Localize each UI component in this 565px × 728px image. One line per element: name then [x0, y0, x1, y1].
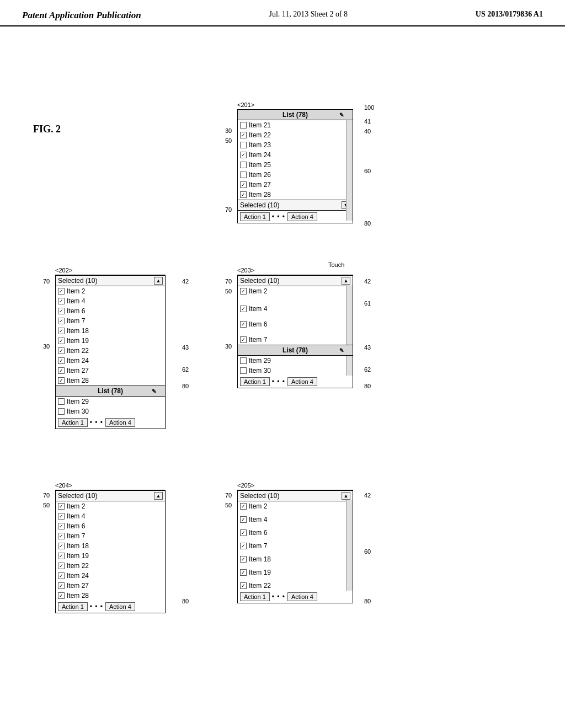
fig205-checkbox[interactable] — [240, 516, 247, 523]
fig204-item-row[interactable]: Item 24 — [56, 571, 165, 581]
fig201-checkbox[interactable] — [240, 191, 247, 198]
fig202-sel-arrow[interactable]: ▲ — [154, 277, 163, 285]
fig203-checkbox[interactable] — [240, 288, 247, 295]
fig202-item-row[interactable]: Item 18 — [56, 326, 165, 336]
fig205-item-row[interactable]: Item 4 — [238, 515, 353, 524]
fig204-checkbox[interactable] — [58, 543, 65, 549]
fig203-item-row[interactable]: Item 4 — [238, 304, 353, 314]
fig205-checkbox[interactable] — [240, 529, 247, 536]
fig201-checkbox[interactable] — [240, 122, 247, 129]
fig202-item-row[interactable]: Item 24 — [56, 356, 165, 366]
fig201-action4-btn[interactable]: Action 4 — [287, 212, 317, 221]
fig202-list-item-row[interactable]: Item 30 — [56, 406, 165, 416]
fig201-checkbox[interactable] — [240, 172, 247, 178]
fig203-item-row[interactable]: Item 6 — [238, 319, 353, 329]
fig204-checkbox[interactable] — [58, 572, 65, 579]
fig203-sel-arrow[interactable]: ▲ — [342, 277, 350, 285]
fig205-item-row[interactable]: Item 7 — [238, 541, 353, 551]
fig202-checkbox[interactable] — [58, 347, 65, 354]
fig205-sel-arrow[interactable]: ▲ — [342, 492, 350, 500]
fig204-checkbox[interactable] — [58, 503, 65, 510]
fig204-checkbox[interactable] — [58, 553, 65, 559]
fig202-item-row[interactable]: Item 19 — [56, 336, 165, 346]
fig205-item-row[interactable]: Item 19 — [238, 568, 353, 577]
fig204-item-row[interactable]: Item 2 — [56, 501, 165, 511]
fig202-item-row[interactable]: Item 28 — [56, 376, 165, 386]
fig205-action4-btn[interactable]: Action 4 — [287, 592, 317, 601]
fig202-list-checkbox[interactable] — [58, 398, 65, 405]
fig205-scrollbar[interactable] — [346, 500, 353, 591]
fig204-checkbox[interactable] — [58, 582, 65, 589]
fig202-action4-btn[interactable]: Action 4 — [105, 418, 135, 427]
fig202-list-checkbox[interactable] — [58, 408, 65, 415]
fig202-checkbox[interactable] — [58, 357, 65, 364]
fig201-item-row[interactable]: Item 22 — [238, 130, 353, 140]
fig204-action4-btn[interactable]: Action 4 — [105, 602, 135, 611]
fig204-checkbox[interactable] — [58, 563, 65, 569]
fig203-list-item-row[interactable]: Item 30 — [238, 366, 353, 376]
fig204-item-row[interactable]: Item 18 — [56, 541, 165, 551]
fig205-checkbox[interactable] — [240, 582, 247, 589]
fig204-item-row[interactable]: Item 28 — [56, 591, 165, 601]
fig204-checkbox[interactable] — [58, 592, 65, 599]
fig204-item-row[interactable]: Item 22 — [56, 561, 165, 571]
fig204-sel-arrow[interactable]: ▲ — [154, 492, 163, 500]
fig205-item-row[interactable]: Item 2 — [238, 501, 353, 511]
fig203-list-checkbox[interactable] — [240, 357, 247, 364]
fig203-list-item-row[interactable]: Item 29 — [238, 356, 353, 366]
fig201-item-row[interactable]: Item 24 — [238, 150, 353, 160]
fig203-scrollbar[interactable] — [346, 285, 353, 376]
fig203-checkbox[interactable] — [240, 336, 247, 343]
fig202-checkbox[interactable] — [58, 288, 65, 295]
fig202-item-row[interactable]: Item 4 — [56, 296, 165, 306]
fig204-item-row[interactable]: Item 6 — [56, 521, 165, 531]
fig201-checkbox[interactable] — [240, 152, 247, 158]
fig201-item-row[interactable]: Item 25 — [238, 160, 353, 170]
fig203-list-checkbox[interactable] — [240, 367, 247, 374]
fig203-action1-btn[interactable]: Action 1 — [240, 377, 270, 386]
fig205-checkbox[interactable] — [240, 543, 247, 549]
fig202-checkbox[interactable] — [58, 328, 65, 334]
fig202-item-row[interactable]: Item 22 — [56, 346, 165, 356]
fig202-item-row[interactable]: Item 27 — [56, 366, 165, 376]
fig202-item-row[interactable]: Item 2 — [56, 286, 165, 296]
fig203-checkbox[interactable] — [240, 321, 247, 328]
fig204-item-row[interactable]: Item 27 — [56, 581, 165, 591]
fig204-item-row[interactable]: Item 7 — [56, 531, 165, 541]
fig203-checkbox[interactable] — [240, 306, 247, 312]
fig202-checkbox[interactable] — [58, 367, 65, 374]
fig202-checkbox[interactable] — [58, 377, 65, 384]
fig205-checkbox[interactable] — [240, 503, 247, 510]
fig202-checkbox[interactable] — [58, 318, 65, 324]
fig201-item-row[interactable]: Item 21 — [238, 120, 353, 130]
fig204-item-row[interactable]: Item 4 — [56, 511, 165, 521]
fig201-item-row[interactable]: Item 23 — [238, 140, 353, 150]
fig204-action1-btn[interactable]: Action 1 — [58, 602, 88, 611]
fig202-list-item-row[interactable]: Item 29 — [56, 397, 165, 406]
fig205-item-row[interactable]: Item 18 — [238, 554, 353, 564]
fig201-checkbox[interactable] — [240, 132, 247, 138]
fig205-checkbox[interactable] — [240, 556, 247, 563]
fig202-item-row[interactable]: Item 7 — [56, 316, 165, 326]
fig205-item-row[interactable]: Item 22 — [238, 581, 353, 591]
fig201-scrollbar[interactable] — [346, 120, 353, 221]
fig204-checkbox[interactable] — [58, 513, 65, 520]
fig203-item-row[interactable]: Item 2 — [238, 286, 353, 296]
fig205-action1-btn[interactable]: Action 1 — [240, 592, 270, 601]
fig202-checkbox[interactable] — [58, 308, 65, 314]
fig202-action1-btn[interactable]: Action 1 — [58, 418, 88, 427]
fig202-item-row[interactable]: Item 6 — [56, 306, 165, 316]
fig201-item-row[interactable]: Item 27 — [238, 180, 353, 190]
fig204-checkbox[interactable] — [58, 523, 65, 529]
fig201-item-row[interactable]: Item 28 — [238, 190, 353, 200]
fig201-checkbox[interactable] — [240, 181, 247, 188]
fig201-checkbox[interactable] — [240, 162, 247, 168]
fig205-item-row[interactable]: Item 6 — [238, 528, 353, 538]
fig204-item-row[interactable]: Item 19 — [56, 551, 165, 561]
fig201-item-row[interactable]: Item 26 — [238, 170, 353, 180]
fig201-checkbox[interactable] — [240, 142, 247, 148]
fig204-checkbox[interactable] — [58, 533, 65, 539]
fig203-item-row[interactable]: Item 7 — [238, 335, 353, 345]
fig202-checkbox[interactable] — [58, 298, 65, 304]
fig202-checkbox[interactable] — [58, 338, 65, 344]
